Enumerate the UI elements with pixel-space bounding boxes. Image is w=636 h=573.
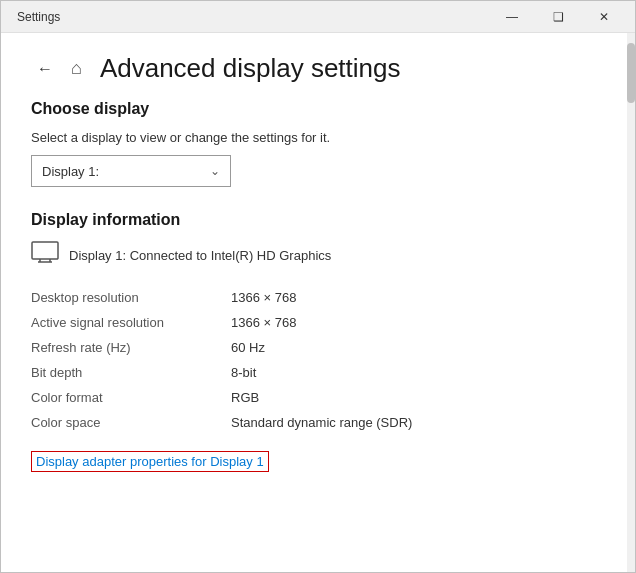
main-content: ← ⌂ Advanced display settings Choose dis…	[1, 33, 627, 572]
table-row: Refresh rate (Hz)60 Hz	[31, 335, 597, 360]
svg-rect-0	[32, 242, 58, 259]
scrollbar-thumb	[627, 43, 635, 103]
close-button[interactable]: ✕	[581, 1, 627, 33]
maximize-button[interactable]: ❑	[535, 1, 581, 33]
titlebar-controls: — ❑ ✕	[489, 1, 627, 33]
row-value: 8-bit	[231, 360, 597, 385]
choose-display-description: Select a display to view or change the s…	[31, 130, 597, 145]
minimize-button[interactable]: —	[489, 1, 535, 33]
table-row: Color spaceStandard dynamic range (SDR)	[31, 410, 597, 435]
row-value: 60 Hz	[231, 335, 597, 360]
row-value: RGB	[231, 385, 597, 410]
row-label: Refresh rate (Hz)	[31, 335, 231, 360]
window-title: Settings	[17, 10, 489, 24]
row-value: Standard dynamic range (SDR)	[231, 410, 597, 435]
page-title: Advanced display settings	[100, 53, 401, 84]
monitor-icon	[31, 241, 59, 269]
display-info-subtitle: Display 1: Connected to Intel(R) HD Grap…	[69, 248, 331, 263]
adapter-link-wrapper: Display adapter properties for Display 1	[31, 451, 597, 472]
choose-display-title: Choose display	[31, 100, 597, 118]
settings-window: Settings — ❑ ✕ ← ⌂ Advanced display sett…	[0, 0, 636, 573]
display-information-section: Display information Display 1: Connected…	[31, 211, 597, 472]
row-label: Color format	[31, 385, 231, 410]
chevron-down-icon: ⌄	[210, 164, 220, 178]
row-value: 1366 × 768	[231, 285, 597, 310]
display-information-title: Display information	[31, 211, 597, 229]
scrollbar[interactable]	[627, 33, 635, 572]
back-button[interactable]: ←	[31, 55, 59, 83]
choose-display-section: Choose display Select a display to view …	[31, 100, 597, 187]
row-label: Active signal resolution	[31, 310, 231, 335]
titlebar: Settings — ❑ ✕	[1, 1, 635, 33]
table-row: Active signal resolution1366 × 768	[31, 310, 597, 335]
table-row: Color formatRGB	[31, 385, 597, 410]
row-value: 1366 × 768	[231, 310, 597, 335]
display-info-header: Display 1: Connected to Intel(R) HD Grap…	[31, 241, 597, 269]
page-header: ← ⌂ Advanced display settings	[31, 53, 597, 84]
row-label: Desktop resolution	[31, 285, 231, 310]
table-row: Bit depth8-bit	[31, 360, 597, 385]
display-info-table: Desktop resolution1366 × 768Active signa…	[31, 285, 597, 435]
display-dropdown[interactable]: Display 1: ⌄	[31, 155, 231, 187]
dropdown-value: Display 1:	[42, 164, 99, 179]
table-row: Desktop resolution1366 × 768	[31, 285, 597, 310]
adapter-properties-link[interactable]: Display adapter properties for Display 1	[31, 451, 269, 472]
home-icon: ⌂	[71, 58, 82, 79]
row-label: Color space	[31, 410, 231, 435]
row-label: Bit depth	[31, 360, 231, 385]
content-area: ← ⌂ Advanced display settings Choose dis…	[1, 33, 635, 572]
